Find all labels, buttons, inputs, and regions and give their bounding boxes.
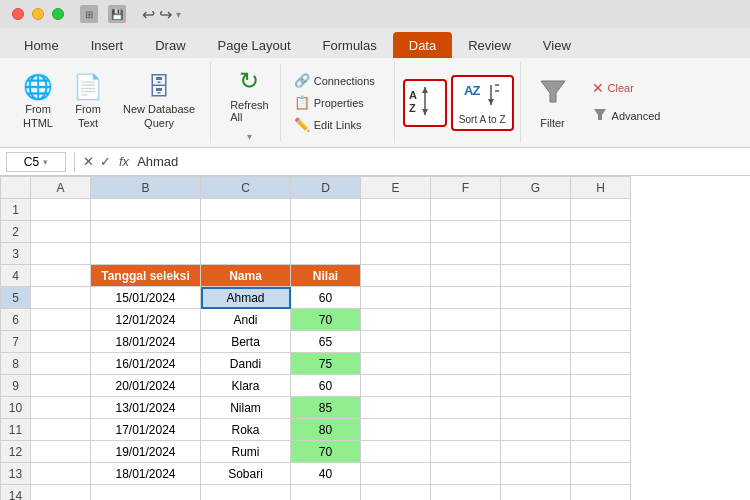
table-row[interactable] [571, 463, 631, 485]
sort-button[interactable]: A Z [403, 79, 447, 127]
table-row[interactable] [31, 353, 91, 375]
table-row[interactable] [571, 397, 631, 419]
table-row[interactable] [501, 309, 571, 331]
table-row[interactable] [501, 265, 571, 287]
table-row[interactable] [31, 419, 91, 441]
table-row[interactable]: 13/01/2024 [91, 397, 201, 419]
table-row[interactable] [361, 375, 431, 397]
sort-az-button[interactable]: AZ Sort A to Z [451, 75, 514, 131]
table-row[interactable]: 17/01/2024 [91, 419, 201, 441]
table-row[interactable] [361, 221, 431, 243]
table-row[interactable] [571, 287, 631, 309]
from-text-button[interactable]: 📄 FromText [64, 65, 112, 141]
table-row[interactable] [571, 441, 631, 463]
table-row[interactable] [571, 221, 631, 243]
table-row[interactable] [291, 243, 361, 265]
table-row[interactable]: Tanggal seleksi [91, 265, 201, 287]
table-row[interactable] [571, 331, 631, 353]
table-row[interactable]: 80 [291, 419, 361, 441]
table-row[interactable] [31, 199, 91, 221]
cell-ref-dropdown-icon[interactable]: ▾ [43, 157, 48, 167]
from-html-button[interactable]: 🌐 FromHTML [14, 65, 62, 141]
refresh-dropdown[interactable]: ▾ [246, 130, 253, 143]
filter-button[interactable]: Filter [529, 65, 577, 141]
confirm-formula-icon[interactable]: ✓ [100, 154, 111, 169]
table-row[interactable] [431, 441, 501, 463]
col-header-d[interactable]: D [291, 177, 361, 199]
row-header-3[interactable]: 3 [1, 243, 31, 265]
table-row[interactable] [431, 463, 501, 485]
table-row[interactable] [571, 265, 631, 287]
table-row[interactable] [361, 441, 431, 463]
table-row[interactable] [571, 243, 631, 265]
close-button[interactable] [12, 8, 24, 20]
table-row[interactable]: Nilai [291, 265, 361, 287]
col-header-g[interactable]: G [501, 177, 571, 199]
col-header-h[interactable]: H [571, 177, 631, 199]
table-row[interactable] [571, 485, 631, 501]
table-row[interactable]: 75 [291, 353, 361, 375]
col-header-f[interactable]: F [431, 177, 501, 199]
table-row[interactable] [571, 353, 631, 375]
tab-formulas[interactable]: Formulas [307, 32, 393, 58]
tab-view[interactable]: View [527, 32, 587, 58]
row-header-7[interactable]: 7 [1, 331, 31, 353]
table-row[interactable]: 40 [291, 463, 361, 485]
formula-input[interactable]: Ahmad [137, 154, 744, 169]
row-header-14[interactable]: 14 [1, 485, 31, 501]
table-row[interactable]: Andi [201, 309, 291, 331]
advanced-button[interactable]: Advanced [585, 103, 668, 128]
table-row[interactable]: 60 [291, 375, 361, 397]
table-row[interactable] [501, 221, 571, 243]
table-row[interactable] [31, 463, 91, 485]
col-header-c[interactable]: B [91, 177, 201, 199]
undo-icon[interactable]: ↩ [142, 5, 155, 24]
table-row[interactable]: 15/01/2024 [91, 287, 201, 309]
save-icon[interactable]: 💾 [108, 5, 126, 23]
table-row[interactable] [31, 441, 91, 463]
table-row[interactable] [501, 463, 571, 485]
table-row[interactable]: 18/01/2024 [91, 463, 201, 485]
table-row[interactable] [91, 199, 201, 221]
table-row[interactable] [361, 265, 431, 287]
table-row[interactable] [291, 199, 361, 221]
table-row[interactable] [361, 287, 431, 309]
maximize-button[interactable] [52, 8, 64, 20]
file-icon[interactable]: ⊞ [80, 5, 98, 23]
row-header-12[interactable]: 12 [1, 441, 31, 463]
row-header-11[interactable]: 11 [1, 419, 31, 441]
table-row[interactable] [501, 397, 571, 419]
table-row[interactable] [31, 375, 91, 397]
table-row[interactable] [201, 199, 291, 221]
table-row[interactable] [431, 397, 501, 419]
table-row[interactable] [571, 419, 631, 441]
table-row[interactable] [501, 485, 571, 501]
row-header-4[interactable]: 4 [1, 265, 31, 287]
table-row[interactable] [431, 375, 501, 397]
table-row[interactable] [361, 309, 431, 331]
table-row[interactable]: 70 [291, 441, 361, 463]
table-row[interactable]: Nama [201, 265, 291, 287]
table-row[interactable] [361, 397, 431, 419]
table-row[interactable] [291, 221, 361, 243]
table-row[interactable] [91, 243, 201, 265]
tab-page-layout[interactable]: Page Layout [202, 32, 307, 58]
row-header-13[interactable]: 13 [1, 463, 31, 485]
table-row[interactable]: 16/01/2024 [91, 353, 201, 375]
table-row[interactable] [431, 353, 501, 375]
toolbar-dropdown-icon[interactable]: ▾ [176, 9, 181, 20]
table-row[interactable]: 18/01/2024 [91, 331, 201, 353]
table-row[interactable]: 19/01/2024 [91, 441, 201, 463]
table-row[interactable] [431, 485, 501, 501]
table-row[interactable] [361, 485, 431, 501]
table-row[interactable] [291, 485, 361, 501]
table-row[interactable] [361, 243, 431, 265]
table-row[interactable]: Nilam [201, 397, 291, 419]
table-row[interactable] [501, 353, 571, 375]
refresh-button[interactable]: ↻ RefreshAll [223, 62, 276, 128]
table-row[interactable] [501, 243, 571, 265]
table-row[interactable]: 65 [291, 331, 361, 353]
row-header-10[interactable]: 10 [1, 397, 31, 419]
table-row[interactable] [501, 419, 571, 441]
connections-button[interactable]: 🔗 Connections [287, 70, 382, 91]
